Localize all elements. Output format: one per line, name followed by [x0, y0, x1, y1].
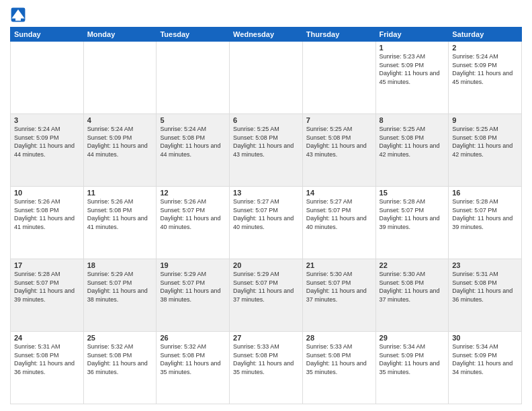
calendar-table: SundayMondayTuesdayWednesdayThursdayFrid…: [10, 27, 522, 404]
day-info: Sunrise: 5:23 AM Sunset: 5:09 PM Dayligh…: [380, 52, 445, 86]
calendar-cell: 19Sunrise: 5:29 AM Sunset: 5:07 PM Dayli…: [157, 259, 230, 332]
day-number: 9: [452, 116, 518, 124]
day-number: 10: [14, 189, 80, 197]
logo: [10, 7, 29, 23]
calendar-cell: 12Sunrise: 5:26 AM Sunset: 5:07 PM Dayli…: [157, 187, 230, 259]
calendar-cell: [230, 42, 303, 114]
calendar-cell: 13Sunrise: 5:27 AM Sunset: 5:07 PM Dayli…: [230, 187, 303, 259]
day-info: Sunrise: 5:28 AM Sunset: 5:07 PM Dayligh…: [452, 197, 518, 231]
day-number: 29: [380, 334, 445, 342]
day-info: Sunrise: 5:24 AM Sunset: 5:08 PM Dayligh…: [160, 125, 226, 158]
calendar-cell: 10Sunrise: 5:26 AM Sunset: 5:08 PM Dayli…: [11, 187, 84, 259]
calendar-cell: 8Sunrise: 5:25 AM Sunset: 5:08 PM Daylig…: [375, 114, 449, 187]
page: SundayMondayTuesdayWednesdayThursdayFrid…: [0, 0, 532, 411]
day-info: Sunrise: 5:24 AM Sunset: 5:09 PM Dayligh…: [452, 52, 518, 86]
day-info: Sunrise: 5:24 AM Sunset: 5:09 PM Dayligh…: [14, 125, 80, 158]
day-info: Sunrise: 5:29 AM Sunset: 5:07 PM Dayligh…: [87, 270, 153, 304]
calendar-header-row: SundayMondayTuesdayWednesdayThursdayFrid…: [11, 28, 522, 42]
day-number: 4: [87, 116, 153, 124]
calendar-header-thursday: Thursday: [302, 28, 375, 42]
calendar-header-sunday: Sunday: [11, 28, 84, 42]
day-info: Sunrise: 5:25 AM Sunset: 5:08 PM Dayligh…: [233, 125, 299, 158]
calendar-cell: 23Sunrise: 5:31 AM Sunset: 5:08 PM Dayli…: [449, 259, 522, 332]
calendar-cell: 25Sunrise: 5:32 AM Sunset: 5:08 PM Dayli…: [83, 332, 157, 404]
calendar-cell: 24Sunrise: 5:31 AM Sunset: 5:08 PM Dayli…: [11, 332, 84, 404]
day-number: 22: [380, 261, 445, 269]
day-number: 21: [306, 261, 372, 269]
calendar-header-friday: Friday: [375, 28, 449, 42]
calendar-cell: 5Sunrise: 5:24 AM Sunset: 5:08 PM Daylig…: [157, 114, 230, 187]
day-info: Sunrise: 5:27 AM Sunset: 5:07 PM Dayligh…: [306, 197, 372, 231]
day-number: 2: [452, 44, 518, 52]
day-number: 13: [233, 189, 299, 197]
calendar-header-tuesday: Tuesday: [157, 28, 230, 42]
day-number: 19: [160, 261, 226, 269]
calendar-week-row: 24Sunrise: 5:31 AM Sunset: 5:08 PM Dayli…: [11, 332, 522, 404]
day-info: Sunrise: 5:25 AM Sunset: 5:08 PM Dayligh…: [306, 125, 372, 158]
calendar-cell: 2Sunrise: 5:24 AM Sunset: 5:09 PM Daylig…: [449, 42, 522, 114]
day-number: 5: [160, 116, 226, 124]
calendar-cell: 18Sunrise: 5:29 AM Sunset: 5:07 PM Dayli…: [83, 259, 157, 332]
day-number: 7: [306, 116, 372, 124]
calendar-week-row: 10Sunrise: 5:26 AM Sunset: 5:08 PM Dayli…: [11, 187, 522, 259]
day-info: Sunrise: 5:33 AM Sunset: 5:08 PM Dayligh…: [233, 342, 299, 376]
day-number: 6: [233, 116, 299, 124]
calendar-cell: 20Sunrise: 5:29 AM Sunset: 5:07 PM Dayli…: [230, 259, 303, 332]
day-number: 23: [452, 261, 518, 269]
svg-rect-2: [15, 16, 21, 20]
day-info: Sunrise: 5:28 AM Sunset: 5:07 PM Dayligh…: [14, 270, 80, 304]
calendar-cell: [11, 42, 84, 114]
day-info: Sunrise: 5:25 AM Sunset: 5:08 PM Dayligh…: [452, 125, 518, 158]
day-number: 18: [87, 261, 153, 269]
day-number: 28: [306, 334, 372, 342]
day-info: Sunrise: 5:29 AM Sunset: 5:07 PM Dayligh…: [160, 270, 226, 304]
day-number: 24: [14, 334, 80, 342]
day-number: 16: [452, 189, 518, 197]
calendar-cell: [302, 42, 375, 114]
calendar-header-saturday: Saturday: [449, 28, 522, 42]
calendar-cell: 30Sunrise: 5:34 AM Sunset: 5:09 PM Dayli…: [449, 332, 522, 404]
day-info: Sunrise: 5:26 AM Sunset: 5:08 PM Dayligh…: [87, 197, 153, 231]
day-number: 3: [14, 116, 80, 124]
calendar-cell: 3Sunrise: 5:24 AM Sunset: 5:09 PM Daylig…: [11, 114, 84, 187]
header: [10, 7, 522, 23]
calendar-cell: 27Sunrise: 5:33 AM Sunset: 5:08 PM Dayli…: [230, 332, 303, 404]
day-info: Sunrise: 5:31 AM Sunset: 5:08 PM Dayligh…: [14, 342, 80, 376]
calendar-week-row: 17Sunrise: 5:28 AM Sunset: 5:07 PM Dayli…: [11, 259, 522, 332]
day-number: 1: [380, 44, 445, 52]
day-info: Sunrise: 5:29 AM Sunset: 5:07 PM Dayligh…: [233, 270, 299, 304]
calendar-cell: 1Sunrise: 5:23 AM Sunset: 5:09 PM Daylig…: [375, 42, 449, 114]
day-info: Sunrise: 5:30 AM Sunset: 5:08 PM Dayligh…: [380, 270, 445, 304]
day-info: Sunrise: 5:25 AM Sunset: 5:08 PM Dayligh…: [380, 125, 445, 158]
calendar-week-row: 1Sunrise: 5:23 AM Sunset: 5:09 PM Daylig…: [11, 42, 522, 114]
day-number: 20: [233, 261, 299, 269]
day-number: 15: [380, 189, 445, 197]
calendar-cell: 7Sunrise: 5:25 AM Sunset: 5:08 PM Daylig…: [302, 114, 375, 187]
day-info: Sunrise: 5:27 AM Sunset: 5:07 PM Dayligh…: [233, 197, 299, 231]
calendar-week-row: 3Sunrise: 5:24 AM Sunset: 5:09 PM Daylig…: [11, 114, 522, 187]
calendar-header-monday: Monday: [83, 28, 157, 42]
calendar-header-wednesday: Wednesday: [230, 28, 303, 42]
calendar-cell: 9Sunrise: 5:25 AM Sunset: 5:08 PM Daylig…: [449, 114, 522, 187]
calendar-cell: 11Sunrise: 5:26 AM Sunset: 5:08 PM Dayli…: [83, 187, 157, 259]
logo-icon: [10, 7, 26, 23]
day-number: 26: [160, 334, 226, 342]
day-info: Sunrise: 5:24 AM Sunset: 5:09 PM Dayligh…: [87, 125, 153, 158]
day-info: Sunrise: 5:26 AM Sunset: 5:07 PM Dayligh…: [160, 197, 226, 231]
calendar-cell: 14Sunrise: 5:27 AM Sunset: 5:07 PM Dayli…: [302, 187, 375, 259]
day-info: Sunrise: 5:34 AM Sunset: 5:09 PM Dayligh…: [452, 342, 518, 376]
day-number: 17: [14, 261, 80, 269]
day-number: 11: [87, 189, 153, 197]
day-info: Sunrise: 5:33 AM Sunset: 5:08 PM Dayligh…: [306, 342, 372, 376]
day-info: Sunrise: 5:28 AM Sunset: 5:07 PM Dayligh…: [380, 197, 445, 231]
day-number: 8: [380, 116, 445, 124]
day-number: 12: [160, 189, 226, 197]
day-info: Sunrise: 5:32 AM Sunset: 5:08 PM Dayligh…: [160, 342, 226, 376]
calendar-cell: 21Sunrise: 5:30 AM Sunset: 5:07 PM Dayli…: [302, 259, 375, 332]
day-info: Sunrise: 5:26 AM Sunset: 5:08 PM Dayligh…: [14, 197, 80, 231]
calendar-cell: 17Sunrise: 5:28 AM Sunset: 5:07 PM Dayli…: [11, 259, 84, 332]
calendar-cell: 22Sunrise: 5:30 AM Sunset: 5:08 PM Dayli…: [375, 259, 449, 332]
day-info: Sunrise: 5:34 AM Sunset: 5:09 PM Dayligh…: [380, 342, 445, 376]
calendar-cell: 16Sunrise: 5:28 AM Sunset: 5:07 PM Dayli…: [449, 187, 522, 259]
calendar-cell: 4Sunrise: 5:24 AM Sunset: 5:09 PM Daylig…: [83, 114, 157, 187]
